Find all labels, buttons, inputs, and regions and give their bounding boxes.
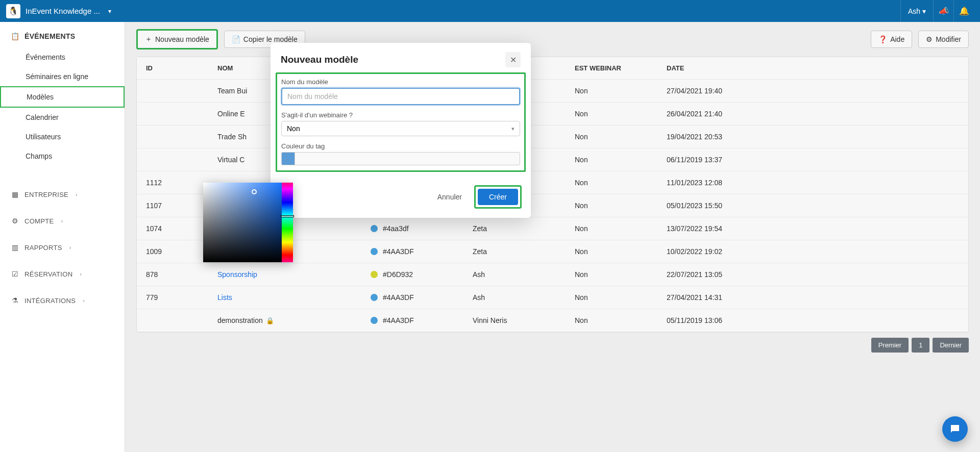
- sidebar-item-calendrier[interactable]: Calendrier: [0, 108, 125, 127]
- create-button-highlight: Créer: [474, 185, 522, 209]
- chevron-right-icon: ›: [76, 191, 78, 197]
- color-saturation-panel[interactable]: [203, 183, 282, 262]
- flask-icon: ⚗: [11, 296, 19, 305]
- sidebar-item-modeles[interactable]: Modèles: [0, 86, 125, 108]
- hue-cursor[interactable]: [281, 215, 294, 217]
- chevron-down-icon: ▾: [108, 8, 111, 15]
- modal-title: Nouveau modèle: [281, 54, 505, 65]
- building-icon: ▦: [11, 190, 19, 198]
- reservation-icon: ☑: [11, 270, 19, 278]
- name-label: Nom du modèle: [281, 78, 520, 86]
- topbar: 🐧 InEvent Knowledge ... ▾ Ash ▾ 📣 🔔: [0, 0, 980, 22]
- sidebar-compte[interactable]: ⚙ COMPTE ›: [0, 208, 125, 234]
- chevron-right-icon: ›: [61, 218, 63, 224]
- chevron-right-icon: ›: [83, 297, 85, 304]
- calendar-icon: 📋: [11, 32, 19, 40]
- chat-bubble-icon[interactable]: [942, 416, 968, 442]
- color-picker-popover[interactable]: [203, 183, 293, 262]
- sidebar-item-seminaires[interactable]: Séminaires en ligne: [0, 67, 125, 86]
- tag-color-input[interactable]: [295, 152, 520, 165]
- reports-icon: ▥: [11, 243, 19, 252]
- webinar-select[interactable]: Non ▾: [281, 121, 520, 136]
- color-label: Couleur du tag: [281, 142, 520, 150]
- model-name-input[interactable]: [281, 88, 520, 105]
- sidebar: 📋 ÉVÉNEMENTS Événements Séminaires en li…: [0, 22, 125, 452]
- notifications-icon[interactable]: 🔔: [953, 0, 974, 22]
- sidebar-integrations[interactable]: ⚗ INTÉGRATIONS ›: [0, 287, 125, 314]
- sidebar-item-champs[interactable]: Champs: [0, 146, 125, 166]
- chevron-down-icon: ▾: [511, 125, 514, 132]
- brand-title: InEvent Knowledge ...: [26, 7, 100, 15]
- sidebar-entreprise[interactable]: ▦ ENTREPRISE ›: [0, 181, 125, 208]
- modal-header: Nouveau modèle ✕: [271, 43, 531, 72]
- sidebar-item-evenements[interactable]: Événements: [0, 47, 125, 67]
- chevron-right-icon: ›: [69, 244, 71, 250]
- color-cursor[interactable]: [252, 189, 257, 194]
- sidebar-section-title[interactable]: 📋 ÉVÉNEMENTS: [0, 25, 125, 47]
- sidebar-rapports[interactable]: ▥ RAPPORTS ›: [0, 234, 125, 261]
- user-name: Ash: [908, 7, 920, 15]
- close-icon[interactable]: ✕: [505, 52, 521, 67]
- webinar-label: S'agit-il d'un webinaire ?: [281, 111, 520, 119]
- chevron-down-icon: ▾: [922, 7, 926, 15]
- webinar-value: Non: [287, 124, 300, 133]
- topbar-right: Ash ▾ 📣 🔔: [900, 0, 974, 22]
- cancel-button[interactable]: Annuler: [431, 189, 468, 205]
- announcements-icon[interactable]: 📣: [933, 0, 953, 22]
- brand[interactable]: 🐧 InEvent Knowledge ... ▾: [6, 4, 111, 18]
- user-menu[interactable]: Ash ▾: [900, 0, 933, 22]
- chevron-right-icon: ›: [80, 271, 82, 277]
- sidebar-reservation[interactable]: ☑ RÉSERVATION ›: [0, 261, 125, 287]
- modal-footer: Annuler Créer: [271, 178, 531, 218]
- gear-icon: ⚙: [11, 217, 19, 225]
- sidebar-item-utilisateurs[interactable]: Utilisateurs: [0, 127, 125, 146]
- create-button[interactable]: Créer: [478, 189, 518, 205]
- new-model-modal: Nouveau modèle ✕ Nom du modèle S'agit-il…: [271, 43, 531, 218]
- tag-color-swatch[interactable]: [281, 152, 295, 165]
- color-hue-slider[interactable]: [282, 183, 293, 262]
- modal-fields-highlight: Nom du modèle S'agit-il d'un webinaire ?…: [276, 72, 526, 172]
- brand-logo-icon: 🐧: [6, 4, 20, 18]
